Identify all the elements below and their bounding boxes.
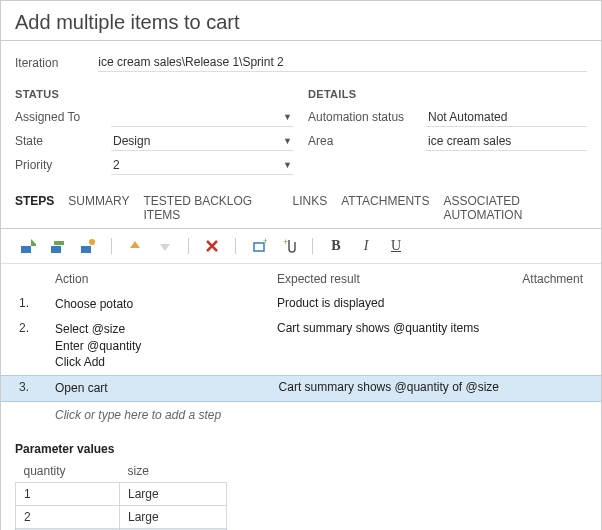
parameter-table: quantity size 1Large2Large1Medium [15, 460, 227, 530]
step-number: 1. [19, 296, 55, 310]
iteration-field[interactable]: ice cream sales\Release 1\Sprint 2 [98, 53, 587, 72]
param-row[interactable]: 1Large [16, 482, 227, 505]
chevron-down-icon: ▼ [283, 160, 292, 170]
svg-text:+: + [263, 238, 267, 246]
details-column: DETAILS Automation status Not Automated … [308, 86, 587, 178]
tab-tested-backlog[interactable]: TESTED BACKLOG ITEMS [143, 194, 278, 222]
iteration-label: Iteration [15, 56, 58, 70]
svg-marker-8 [160, 244, 170, 251]
tab-steps[interactable]: STEPS [15, 194, 54, 222]
parameter-values-title: Parameter values [15, 442, 587, 460]
priority-value: 2 [113, 158, 120, 172]
tab-associated-automation[interactable]: ASSOCIATED AUTOMATION [443, 194, 587, 222]
insert-step-icon[interactable] [19, 237, 37, 255]
priority-label: Priority [15, 158, 111, 172]
separator [235, 238, 236, 254]
col-action: Action [55, 272, 277, 286]
state-value: Design [113, 134, 150, 148]
bold-icon[interactable]: B [327, 237, 345, 255]
param-quantity[interactable]: 1 [16, 482, 120, 505]
assigned-to-label: Assigned To [15, 110, 111, 124]
add-step-placeholder[interactable]: Click or type here to add a step [1, 402, 601, 438]
page-title: Add multiple items to cart [1, 1, 601, 41]
tab-bar: STEPS SUMMARY TESTED BACKLOG ITEMS LINKS… [1, 188, 601, 229]
automation-status-label: Automation status [308, 110, 426, 124]
underline-icon[interactable]: U [387, 237, 405, 255]
svg-rect-0 [21, 246, 31, 253]
parameter-values-section: Parameter values quantity size 1Large2La… [1, 438, 601, 530]
state-label: State [15, 134, 111, 148]
area-row: Area ice cream sales [308, 130, 587, 152]
tab-summary[interactable]: SUMMARY [68, 194, 129, 222]
step-expected[interactable]: Cart summary shows @quantity of @size [277, 380, 503, 394]
area-label: Area [308, 134, 426, 148]
step-action[interactable]: Open cart [55, 380, 277, 397]
status-heading: STATUS [15, 86, 294, 106]
state-field[interactable]: Design ▼ [111, 131, 294, 151]
step-action[interactable]: Select @sizeEnter @quantityClick Add [55, 321, 277, 371]
svg-text:+: + [283, 238, 288, 247]
col-expected: Expected result [277, 272, 503, 286]
move-up-icon[interactable] [126, 237, 144, 255]
chevron-down-icon: ▼ [283, 136, 292, 146]
param-size[interactable]: Large [120, 505, 227, 528]
svg-rect-2 [31, 244, 36, 246]
assigned-to-row: Assigned To ▼ [15, 106, 294, 128]
svg-marker-7 [130, 241, 140, 248]
italic-icon[interactable]: I [357, 237, 375, 255]
param-row[interactable]: 2Large [16, 505, 227, 528]
delete-step-icon[interactable] [203, 237, 221, 255]
assigned-to-field[interactable]: ▼ [111, 107, 294, 127]
step-action[interactable]: Choose potato [55, 296, 277, 313]
svg-rect-4 [54, 241, 64, 245]
iteration-row: Iteration ice cream sales\Release 1\Spri… [1, 41, 601, 86]
area-field[interactable]: ice cream sales [426, 131, 587, 151]
step-row[interactable]: 3.Open cartCart summary shows @quantity … [1, 375, 601, 402]
svg-marker-1 [31, 239, 36, 244]
automation-status-value: Not Automated [428, 110, 507, 124]
param-header-size[interactable]: size [120, 460, 227, 483]
step-row[interactable]: 1.Choose potatoProduct is displayed [1, 292, 601, 317]
step-expected[interactable]: Cart summary shows @quantity items [277, 321, 503, 335]
tab-links[interactable]: LINKS [293, 194, 328, 222]
automation-status-row: Automation status Not Automated [308, 106, 587, 128]
step-number: 3. [19, 380, 55, 394]
priority-row: Priority 2 ▼ [15, 154, 294, 176]
svg-rect-3 [51, 246, 61, 253]
col-attachment: Attachment [503, 272, 583, 286]
move-down-icon[interactable] [156, 237, 174, 255]
step-row[interactable]: 2.Select @sizeEnter @quantityClick AddCa… [1, 317, 601, 375]
param-quantity[interactable]: 2 [16, 505, 120, 528]
status-column: STATUS Assigned To ▼ State Design ▼ Prio… [15, 86, 294, 178]
param-size[interactable]: Large [120, 482, 227, 505]
step-expected[interactable]: Product is displayed [277, 296, 503, 310]
col-num [19, 272, 55, 286]
meta-section: STATUS Assigned To ▼ State Design ▼ Prio… [1, 86, 601, 188]
step-number: 2. [19, 321, 55, 335]
separator [188, 238, 189, 254]
chevron-down-icon: ▼ [283, 112, 292, 122]
insert-shared-step-icon[interactable] [49, 237, 67, 255]
details-heading: DETAILS [308, 86, 587, 106]
state-row: State Design ▼ [15, 130, 294, 152]
automation-status-field[interactable]: Not Automated [426, 107, 587, 127]
separator [312, 238, 313, 254]
steps-body: 1.Choose potatoProduct is displayed2.Sel… [1, 292, 601, 402]
steps-headers: Action Expected result Attachment [1, 264, 601, 292]
svg-rect-5 [81, 246, 91, 253]
attach-file-icon[interactable]: + [280, 237, 298, 255]
area-value: ice cream sales [428, 134, 511, 148]
add-parameter-icon[interactable]: + [250, 237, 268, 255]
create-shared-step-icon[interactable] [79, 237, 97, 255]
priority-field[interactable]: 2 ▼ [111, 155, 294, 175]
tab-attachments[interactable]: ATTACHMENTS [341, 194, 429, 222]
svg-point-6 [89, 239, 95, 245]
param-header-quantity[interactable]: quantity [16, 460, 120, 483]
steps-toolbar: + + B I U [1, 229, 601, 264]
separator [111, 238, 112, 254]
